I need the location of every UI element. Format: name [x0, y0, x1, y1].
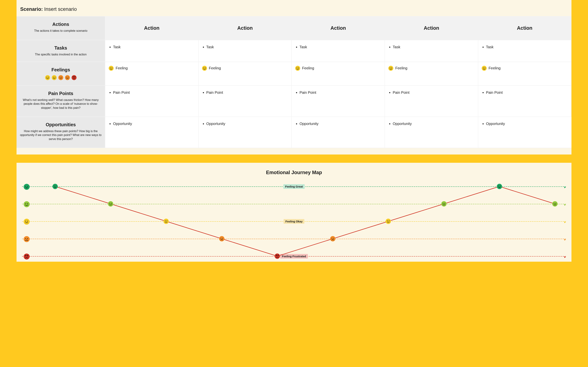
scenario-line[interactable]: Scenario: Insert scenario: [17, 0, 571, 16]
opp-cell[interactable]: Opportunity: [292, 117, 385, 148]
svg-point-12: [68, 77, 68, 77]
task-item: Task: [486, 45, 568, 49]
svg-point-23: [205, 67, 205, 68]
task-item: Task: [300, 45, 381, 49]
svg-point-53: [56, 185, 56, 186]
task-cell[interactable]: Task: [478, 40, 571, 62]
emoji-happy-icon: [109, 66, 114, 71]
opp-item: Opportunity: [113, 122, 195, 126]
feeling-cell[interactable]: Feeling: [199, 62, 292, 86]
row-subtitle: The actions it takes to complete scenari…: [19, 29, 102, 33]
feeling-text: Feeling: [116, 66, 128, 70]
svg-point-1: [46, 77, 47, 77]
ej-chart-area[interactable]: ▸Feeling Great▸▸Feeling Okay▸▸Feeling Fr…: [22, 181, 566, 260]
svg-point-24: [295, 66, 300, 71]
scenario-value: Insert scenario: [44, 6, 77, 12]
task-cell[interactable]: Task: [385, 40, 478, 62]
ej-point[interactable]: [275, 253, 280, 259]
row-title: Pain Points: [19, 91, 102, 96]
svg-point-4: [53, 77, 54, 77]
pain-item: Pain Point: [113, 91, 195, 95]
svg-point-78: [444, 203, 445, 204]
svg-point-19: [110, 67, 111, 68]
svg-point-3: [52, 75, 57, 80]
svg-point-70: [332, 238, 332, 239]
svg-point-5: [55, 77, 55, 77]
ej-point[interactable]: [497, 184, 502, 189]
column-header[interactable]: Action: [385, 17, 478, 40]
ej-point[interactable]: [219, 236, 225, 242]
column-header-label: Action: [388, 20, 475, 36]
task-cell[interactable]: Task: [199, 40, 292, 62]
scenario-label: Scenario:: [20, 6, 43, 12]
svg-point-54: [108, 201, 113, 206]
pain-item: Pain Point: [300, 91, 381, 95]
opp-cell[interactable]: Opportunity: [385, 117, 478, 148]
ej-point[interactable]: [52, 184, 58, 189]
svg-point-10: [65, 75, 70, 80]
svg-point-6: [58, 75, 63, 80]
column-header[interactable]: Action: [105, 17, 199, 40]
feeling-cell[interactable]: Feeling: [478, 62, 571, 86]
ej-point[interactable]: [163, 218, 169, 224]
column-header-label: Action: [482, 20, 568, 36]
svg-point-18: [109, 66, 114, 71]
ej-title: Emotional Journey Map: [22, 170, 566, 175]
journey-map-panel: Scenario: Insert scenario Actions The ac…: [17, 0, 571, 155]
svg-point-84: [555, 203, 556, 204]
task-item: Task: [393, 45, 475, 49]
svg-point-55: [110, 203, 110, 204]
feeling-text: Feeling: [209, 66, 221, 70]
pain-cell[interactable]: Pain Point: [385, 86, 478, 117]
ej-point[interactable]: [441, 201, 447, 207]
svg-point-13: [71, 75, 77, 80]
svg-point-61: [219, 236, 224, 241]
pain-cell[interactable]: Pain Point: [478, 86, 571, 117]
opp-cell[interactable]: Opportunity: [105, 117, 199, 148]
svg-point-81: [500, 185, 501, 186]
svg-point-22: [203, 67, 204, 68]
pain-item: Pain Point: [486, 91, 568, 95]
opp-cell[interactable]: Opportunity: [199, 117, 292, 148]
svg-point-28: [390, 67, 390, 68]
emoji-happy-icon: [202, 66, 207, 71]
svg-point-73: [387, 220, 388, 221]
ej-point[interactable]: [108, 201, 113, 207]
column-header-label: Action: [202, 20, 288, 36]
task-cell[interactable]: Task: [105, 40, 199, 62]
task-cell[interactable]: Task: [292, 40, 385, 62]
row-header-tasks: Tasks The specific tasks involved in the…: [17, 40, 105, 62]
pain-cell[interactable]: Pain Point: [105, 86, 199, 117]
svg-point-16: [73, 77, 73, 77]
ej-point[interactable]: [552, 201, 558, 207]
svg-point-20: [112, 67, 112, 68]
row-title: Feelings: [19, 67, 102, 73]
opp-item: Opportunity: [206, 122, 288, 126]
column-header[interactable]: Action: [292, 17, 385, 40]
row-header-opportunities: Opportunities How might we address these…: [17, 117, 105, 148]
svg-point-64: [275, 253, 280, 259]
svg-point-51: [52, 184, 58, 189]
ej-point[interactable]: [386, 218, 391, 224]
feeling-cell[interactable]: Feeling: [385, 62, 478, 86]
feeling-cell[interactable]: Feeling: [292, 62, 385, 86]
column-header[interactable]: Action: [478, 17, 571, 40]
svg-point-17: [74, 77, 75, 77]
column-header-label: Action: [295, 20, 381, 36]
svg-point-63: [222, 238, 223, 239]
task-item: Task: [206, 45, 288, 49]
svg-point-76: [441, 201, 447, 206]
emoji-happy-icon: [52, 75, 57, 80]
pain-item: Pain Point: [393, 91, 475, 95]
column-header[interactable]: Action: [199, 17, 292, 40]
pain-cell[interactable]: Pain Point: [292, 86, 385, 117]
pain-cell[interactable]: Pain Point: [199, 86, 292, 117]
svg-point-58: [165, 220, 166, 221]
emoji-happy-icon: [388, 66, 393, 71]
ej-line: [22, 181, 566, 260]
opp-item: Opportunity: [393, 122, 475, 126]
feeling-cell[interactable]: Feeling: [105, 62, 199, 86]
svg-point-56: [111, 203, 112, 204]
ej-point[interactable]: [330, 236, 336, 242]
opp-cell[interactable]: Opportunity: [478, 117, 571, 148]
